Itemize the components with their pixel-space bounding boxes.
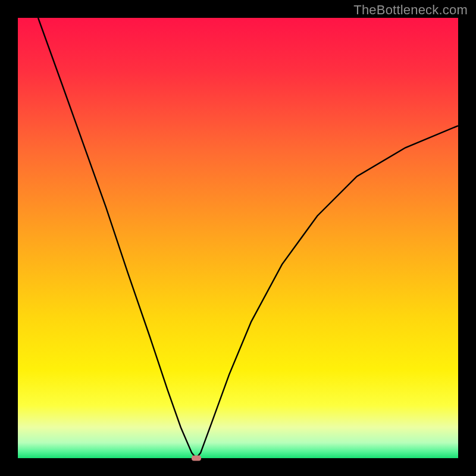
plot-area [18,18,458,458]
watermark-text: TheBottleneck.com [353,2,468,18]
minimum-marker [192,456,201,461]
curve-right-branch [196,126,458,458]
curve-left-branch [38,18,196,458]
bottleneck-curve [18,18,458,458]
